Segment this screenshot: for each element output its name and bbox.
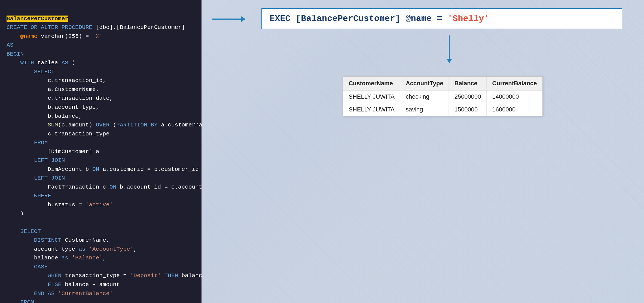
result-panel: EXEC [BalancePerCustomer] @name = 'Shell… [202, 0, 644, 303]
exec-param: @name [405, 14, 432, 24]
table-row: SHELLY JUWITA checking 25000000 14000000 [343, 90, 542, 103]
exec-proc: [BalancePerCustomer] [296, 14, 400, 24]
cell-currentbalance-1: 14000000 [487, 90, 542, 103]
col-header-balance: Balance [449, 77, 487, 90]
arrow-down [449, 35, 450, 63]
table-header-row: CustomerName AccountType Balance Current… [343, 77, 542, 90]
code-panel: BalancePerCustomer CREATE OR ALTER PROCE… [0, 0, 202, 303]
result-table: CustomerName AccountType Balance Current… [343, 76, 542, 116]
exec-command-box: EXEC [BalancePerCustomer] @name = 'Shell… [261, 8, 622, 29]
building-background [202, 0, 644, 303]
exec-operator: = [437, 14, 442, 24]
cell-accounttype-1: checking [400, 90, 449, 103]
cell-customername-2: SHELLY JUWITA [343, 103, 400, 116]
arrow-right-line [212, 19, 245, 20]
exec-value: 'Shelly' [447, 14, 489, 24]
col-header-currentbalance: CurrentBalance [487, 77, 542, 90]
exec-keyword: EXEC [270, 14, 291, 24]
proc-name-highlight: BalancePerCustomer [7, 16, 68, 22]
cell-accounttype-2: saving [400, 103, 449, 116]
arrow-down-line [449, 35, 450, 63]
cell-balance-1: 25000000 [449, 90, 487, 103]
cell-customername-1: SHELLY JUWITA [343, 90, 400, 103]
create-keyword: CREATE [7, 24, 27, 31]
table-row: SHELLY JUWITA saving 1500000 1600000 [343, 103, 542, 116]
cell-currentbalance-2: 1600000 [487, 103, 542, 116]
result-table-container: CustomerName AccountType Balance Current… [343, 76, 542, 116]
col-header-accounttype: AccountType [400, 77, 449, 90]
code-content: BalancePerCustomer CREATE OR ALTER PROCE… [7, 5, 195, 303]
col-header-customername: CustomerName [343, 77, 400, 90]
cell-balance-2: 1500000 [449, 103, 487, 116]
arrow-right [212, 19, 245, 20]
